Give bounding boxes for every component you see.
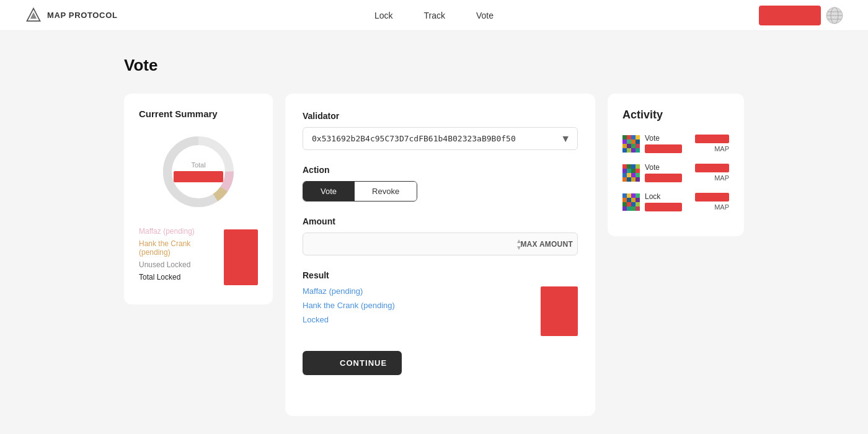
- legend-row-maffaz: Maffaz (pending): [139, 227, 224, 236]
- connect-button[interactable]: [759, 6, 821, 25]
- validator-card: Validator 0x531692b2B4c95C73D7cdFB61b4B0…: [285, 94, 595, 416]
- activity-items: VoteMAPVoteMAPLockMAP: [622, 134, 729, 211]
- result-label: Result: [303, 270, 578, 280]
- summary-card: Current Summary Total: [124, 94, 273, 304]
- result-bar: [541, 286, 578, 336]
- amount-label: Amount: [303, 216, 578, 226]
- validator-select[interactable]: 0x531692b2B4c95C73D7cdFB61b4B02323aB9B0f…: [303, 127, 578, 150]
- legend-row-hank: Hank the Crank (pending): [139, 239, 224, 257]
- activity-action-label: Lock: [645, 192, 690, 201]
- result-bar-container: [541, 286, 578, 336]
- activity-item: VoteMAP: [622, 163, 729, 182]
- logo-text: MAP PROTOCOL: [47, 11, 118, 20]
- activity-map-label: MAP: [714, 145, 729, 153]
- activity-avatar: [622, 193, 640, 211]
- validator-select-wrapper: 0x531692b2B4c95C73D7cdFB61b4B02323aB9B0f…: [303, 127, 578, 150]
- donut-total-label: Total: [174, 161, 223, 169]
- nav-links: Lock Track Vote: [374, 11, 494, 20]
- amount-wrapper: ▲▼ MAX AMOUNT: [303, 232, 578, 255]
- nav-link-vote[interactable]: Vote: [476, 11, 494, 20]
- result-locked: Locked: [303, 315, 395, 324]
- activity-title: Activity: [622, 108, 729, 122]
- donut-chart: Total: [139, 131, 258, 212]
- logo-icon: [25, 7, 42, 24]
- action-buttons: Vote Revoke: [303, 181, 417, 202]
- action-label: Action: [303, 165, 578, 175]
- activity-item: LockMAP: [622, 192, 729, 211]
- summary-card-title: Current Summary: [139, 108, 258, 119]
- nav-right: [759, 6, 843, 25]
- revoke-button[interactable]: Revoke: [354, 182, 417, 201]
- activity-amount-bar: [695, 193, 729, 202]
- result-hank: Hank the Crank (pending): [303, 301, 395, 310]
- result-section: Result Maffaz (pending) Hank the Crank (…: [303, 270, 578, 336]
- activity-red-bar: [645, 174, 682, 182]
- page-content: Vote Current Summary Total: [0, 31, 868, 434]
- activity-amount-bar: [695, 135, 729, 143]
- page-title: Vote: [124, 56, 744, 75]
- legend-unused: Unused Locked: [139, 260, 190, 269]
- activity-red-bar: [645, 144, 682, 153]
- cards-row: Current Summary Total: [124, 94, 744, 416]
- globe-icon[interactable]: [826, 7, 843, 24]
- activity-avatar: [622, 164, 640, 182]
- legend-row-unused: Unused Locked: [139, 260, 224, 269]
- vote-button[interactable]: Vote: [303, 182, 354, 201]
- legend-labels: Maffaz (pending) Hank the Crank (pending…: [139, 227, 224, 285]
- donut-center: Total: [174, 161, 223, 182]
- activity-amount-bar: [695, 164, 729, 172]
- activity-item: VoteMAP: [622, 134, 729, 153]
- legend-total: Total Locked: [139, 273, 180, 281]
- legend-hank: Hank the Crank (pending): [139, 239, 224, 257]
- result-row: Maffaz (pending) Hank the Crank (pending…: [303, 286, 578, 336]
- legend-bar: [224, 229, 258, 285]
- activity-map-label: MAP: [714, 203, 729, 211]
- activity-action-label: Vote: [645, 134, 690, 143]
- nav-link-track[interactable]: Track: [424, 11, 445, 20]
- result-labels: Maffaz (pending) Hank the Crank (pending…: [303, 286, 395, 324]
- validator-label: Validator: [303, 111, 578, 121]
- donut-value-bar: [174, 171, 223, 182]
- max-amount-button[interactable]: MAX AMOUNT: [520, 240, 573, 249]
- activity-map-label: MAP: [714, 174, 729, 182]
- continue-button[interactable]: CONTINUE: [303, 351, 402, 375]
- activity-action-label: Vote: [645, 163, 690, 172]
- legend-row-total: Total Locked: [139, 273, 224, 281]
- activity-red-bar: [645, 203, 682, 211]
- result-maffaz: Maffaz (pending): [303, 286, 395, 296]
- nav-link-lock[interactable]: Lock: [374, 11, 393, 20]
- logo: MAP PROTOCOL: [25, 7, 118, 24]
- activity-card: Activity VoteMAPVoteMAPLockMAP: [608, 94, 744, 236]
- navbar: MAP PROTOCOL Lock Track Vote: [0, 0, 868, 31]
- legend-bar-container: [224, 229, 258, 285]
- legend-maffaz: Maffaz (pending): [139, 227, 195, 236]
- activity-avatar: [622, 135, 640, 153]
